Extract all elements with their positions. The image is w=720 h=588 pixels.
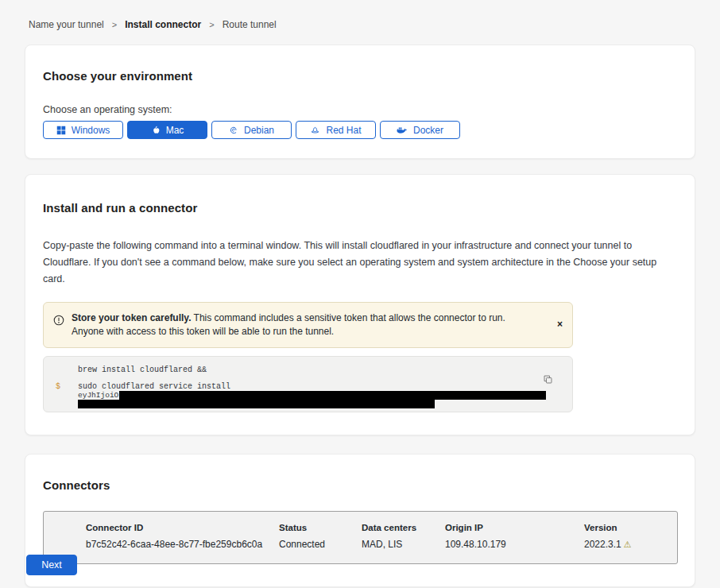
os-button-debian[interactable]: Debian (211, 121, 292, 139)
os-select-label: Choose an operating system: (43, 104, 677, 115)
token-warning-banner: Store your token carefully. This command… (43, 302, 573, 348)
install-connector-card: Install and run a connector Copy-paste t… (25, 174, 695, 435)
install-description: Copy-paste the following command into a … (43, 238, 671, 288)
warning-triangle-icon: ⚠ (624, 540, 632, 549)
breadcrumb-route-tunnel[interactable]: Route tunnel (223, 19, 277, 30)
breadcrumb-name-your-tunnel[interactable]: Name your tunnel (29, 19, 104, 30)
token-warning-text: Store your token carefully. This command… (72, 311, 550, 338)
connector-id-value: b7c52c42-6caa-48ee-8c77-fbe259cb6c0a (86, 539, 279, 550)
docker-icon (397, 126, 408, 134)
os-button-label: Debian (244, 125, 274, 136)
close-icon[interactable]: × (557, 319, 563, 329)
os-button-label: Mac (166, 125, 184, 136)
connectors-card: Connectors Connector ID Status Data cent… (25, 454, 695, 587)
shell-prompt: $ (56, 382, 78, 391)
windows-icon (56, 126, 66, 135)
choose-environment-card: Choose your environment Choose an operat… (25, 44, 695, 159)
breadcrumb-separator: > (209, 20, 214, 29)
code-line-sudo: $sudo cloudflared service install (56, 382, 561, 391)
origin-ip-value: 109.48.10.179 (445, 539, 584, 550)
token-prefix: eyJhIjoiO (78, 391, 118, 400)
column-header-version: Version (584, 523, 677, 532)
data-centers-value: MAD, LIS (362, 539, 445, 550)
os-button-label: Red Hat (326, 125, 361, 136)
redacted-token-bar (119, 391, 546, 400)
os-button-windows[interactable]: Windows (43, 121, 123, 139)
breadcrumb-install-connector[interactable]: Install connector (125, 19, 201, 30)
redacted-token-bar (78, 400, 435, 408)
install-connector-title: Install and run a connector (43, 201, 671, 215)
column-header-connector-id: Connector ID (86, 523, 279, 532)
debian-icon (229, 126, 238, 135)
version-number: 2022.3.1 (584, 539, 621, 550)
os-button-label: Docker (413, 125, 443, 136)
os-button-mac[interactable]: Mac (127, 121, 207, 139)
next-button[interactable]: Next (26, 555, 77, 575)
status-badge: Connected (279, 539, 362, 550)
connectors-table: Connector ID Status Data centers Origin … (43, 511, 678, 564)
install-command-code-block: brew install cloudflared && $sudo cloudf… (43, 356, 573, 412)
column-header-status: Status (279, 523, 362, 532)
version-value: 2022.3.1⚠ (584, 539, 677, 550)
token-line: eyJhIjoiO (78, 391, 561, 400)
token-warning-bold: Store your token carefully. (72, 312, 192, 323)
column-header-origin-ip: Origin IP (445, 523, 584, 532)
connectors-title: Connectors (43, 478, 677, 492)
breadcrumb: Name your tunnel > Install connector > R… (0, 0, 720, 30)
apple-icon (151, 125, 161, 135)
os-button-group: Windows Mac Debian (43, 121, 677, 139)
copy-icon[interactable] (543, 374, 553, 387)
alert-circle-icon (53, 315, 64, 329)
os-button-label: Windows (72, 125, 110, 136)
column-header-data-centers: Data centers (362, 523, 445, 532)
choose-environment-title: Choose your environment (43, 69, 677, 83)
os-button-redhat[interactable]: Red Hat (296, 121, 376, 139)
code-line-brew: brew install cloudflared && (78, 366, 561, 374)
code-line-sudo-text: sudo cloudflared service install (78, 382, 230, 391)
redhat-icon (310, 126, 320, 135)
breadcrumb-separator: > (112, 20, 117, 29)
os-button-docker[interactable]: Docker (380, 121, 460, 139)
